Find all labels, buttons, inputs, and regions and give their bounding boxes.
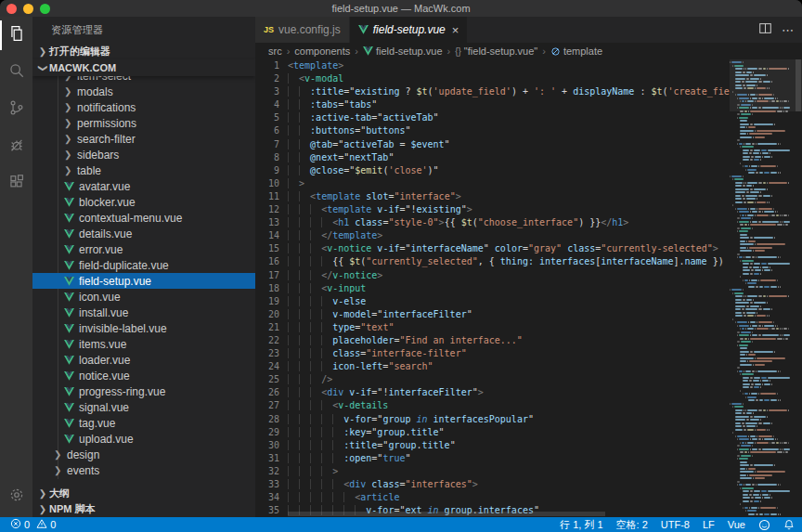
code-line[interactable]: 8 @next="nextTab" [255,151,730,164]
status-item[interactable]: LF [703,519,715,530]
horizontal-scrollbar[interactable] [288,512,605,516]
code-line[interactable]: 32 > [255,465,730,478]
status-item[interactable]: Vue [728,519,745,530]
code-line[interactable]: 25 /> [255,373,730,386]
tree-item-signal.vue[interactable]: signal.vue [32,399,255,415]
tree-item-events[interactable]: ❯events [32,462,255,478]
breadcrumb-item-field-setupvue[interactable]: {}"field-setup.vue" [455,45,537,57]
close-icon[interactable]: × [452,24,459,36]
code-line[interactable]: 6 :buttons="buttons" [255,124,730,137]
tree-item-field-setup.vue[interactable]: field-setup.vue [32,273,255,289]
code-line[interactable]: 1<template> [255,59,730,72]
breadcrumb-item-field-setupvue[interactable]: field-setup.vue [363,45,443,57]
code-line[interactable]: 27 <v-details [255,399,730,412]
vue-file-icon [64,435,77,444]
extensions-tab-icon[interactable] [0,165,32,202]
tree-item-install.vue[interactable]: install.vue [32,305,255,320]
tree-item-invisible-label.vue[interactable]: invisible-label.vue [32,320,255,336]
tree-item-notifications[interactable]: ❯notifications [32,99,255,115]
explorer-tab-icon[interactable] [0,17,32,54]
vertical-scrollbar[interactable] [795,59,802,517]
code-line[interactable]: 29 :key="group.title" [255,426,730,439]
code-line[interactable]: 28 v-for="group in interfacesPopular" [255,413,730,426]
tree-item-table[interactable]: ❯table [32,162,255,178]
line-number: 17 [255,269,279,282]
code-line[interactable]: 26 <div v-if="!interfaceFilter"> [255,386,730,399]
code-line[interactable]: 3 :title="existing ? $t('update_field') … [255,85,730,98]
tree-item-progress-ring.vue[interactable]: progress-ring.vue [32,383,255,399]
code-line[interactable]: 23 class="interface-filter" [255,347,730,360]
code-line[interactable]: 20 v-model="interfaceFilter" [255,308,730,321]
code-line[interactable]: 18 <v-input [255,282,730,295]
split-editor-icon[interactable] [758,21,772,39]
tree-item-details.vue[interactable]: details.vue [32,226,255,241]
tree-item-notice.vue[interactable]: notice.vue [32,368,255,383]
status-item[interactable]: UTF-8 [661,519,690,530]
search-tab-icon[interactable] [0,54,32,91]
code-line[interactable]: 7 @tab="activeTab = $event" [255,138,730,151]
tree-item-icon.vue[interactable]: icon.vue [32,289,255,305]
minimize-window-button[interactable] [23,4,33,14]
code-editor[interactable]: 1<template>2 <v-modal3 :title="existing … [255,59,802,517]
source-control-tab-icon[interactable] [0,91,32,128]
code-line[interactable]: 11 <template slot="interface"> [255,190,730,203]
settings-button[interactable] [0,478,32,515]
problems-indicator[interactable]: 0 0 [7,518,58,531]
code-line[interactable]: 14 </template> [255,229,730,242]
title-bar[interactable]: field-setup.vue — MacWk.com [0,0,802,17]
code-line[interactable]: 19 v-else [255,295,730,308]
code-line[interactable]: 24 icon-left="search" [255,360,730,373]
code-line[interactable]: 16 {{ $t("currently_selected", { thing: … [255,255,730,268]
tree-item-avatar.vue[interactable]: avatar.vue [32,178,255,194]
code-line[interactable]: 22 placeholder="Find an interface..." [255,334,730,347]
code-line[interactable]: 2 <v-modal [255,72,730,85]
open-editors-section[interactable]: ❯ 打开的编辑器 [32,43,255,59]
code-line[interactable]: 30 :title="group.title" [255,439,730,452]
tree-item-tag.vue[interactable]: tag.vue [32,415,255,431]
tree-item-item-select[interactable]: ❯item-select [32,76,255,84]
tree-item-modals[interactable]: ❯modals [32,84,255,99]
tree-item-search-filter[interactable]: ❯search-filter [32,131,255,147]
close-window-button[interactable] [6,4,17,14]
tree-item-error.vue[interactable]: error.vue [32,241,255,257]
tree-item-field-duplicate.vue[interactable]: field-duplicate.vue [32,257,255,273]
breadcrumb-item-components[interactable]: components [294,45,350,57]
workspace-root-section[interactable]: ❯ MACWK.COM [32,59,255,76]
tree-item-sidebars[interactable]: ❯sidebars [32,147,255,162]
code-line[interactable]: 15 <v-notice v-if="interfaceName" color=… [255,242,730,255]
tree-item-contextual-menu.vue[interactable]: contextual-menu.vue [32,210,255,226]
vue-file-icon [64,403,77,412]
code-lines[interactable]: 1<template>2 <v-modal3 :title="existing … [255,59,730,517]
tree-item-design[interactable]: ❯design [32,447,255,462]
status-item[interactable]: 行 1, 列 1 [560,518,602,532]
code-line[interactable]: 4 :tabs="tabs" [255,98,730,111]
code-line[interactable]: 5 :active-tab="activeTab" [255,111,730,124]
code-line[interactable]: 10 > [255,177,730,190]
npm-scripts-section[interactable]: ❯ NPM 脚本 [32,501,255,517]
more-actions-icon[interactable]: ⋯ [782,23,795,37]
status-item[interactable]: 空格: 2 [616,518,648,532]
outline-section[interactable]: ❯ 大纲 [32,486,255,501]
code-line[interactable]: 21 type="text" [255,321,730,334]
minimap[interactable] [730,59,795,517]
code-line[interactable]: 12 <template v-if="!existing"> [255,203,730,216]
code-line[interactable]: 34 <article [255,491,730,504]
code-line[interactable]: 33 <div class="interfaces"> [255,478,730,491]
breadcrumb-item-src[interactable]: src [268,45,282,57]
breadcrumb-item-template[interactable]: template [550,45,602,57]
code-line[interactable]: 17 </v-notice> [255,269,730,282]
tree-item-upload.vue[interactable]: upload.vue [32,431,255,447]
feedback-smiley-icon[interactable] [758,519,770,531]
tab-vue.config.js[interactable]: JSvue.config.js [255,17,349,43]
code-line[interactable]: 13 <h1 class="style-0">{{ $t("choose_int… [255,216,730,229]
debug-tab-icon[interactable] [0,128,32,165]
tree-item-blocker.vue[interactable]: blocker.vue [32,194,255,210]
zoom-window-button[interactable] [40,4,50,14]
tree-item-items.vue[interactable]: items.vue [32,336,255,352]
code-line[interactable]: 9 @close="$emit('close')" [255,164,730,177]
tree-item-permissions[interactable]: ❯permissions [32,115,255,131]
code-line[interactable]: 31 :open="true" [255,452,730,465]
tree-item-loader.vue[interactable]: loader.vue [32,352,255,368]
tab-field-setup.vue[interactable]: field-setup.vue× [350,17,468,43]
notifications-bell-icon[interactable] [783,519,795,530]
